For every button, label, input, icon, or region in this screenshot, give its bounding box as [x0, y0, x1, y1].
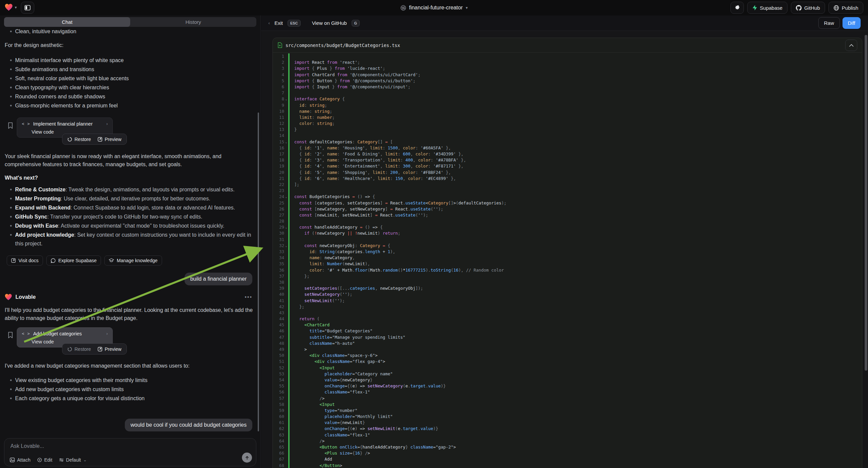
- send-button[interactable]: [242, 452, 252, 463]
- code-text: };: [289, 304, 304, 310]
- bookmark-icon[interactable]: [8, 122, 13, 129]
- fold-spacer: [284, 371, 288, 377]
- code-line: 60 placeholder="Monthly limit": [273, 414, 862, 420]
- code-text: onChange={(e) => setNewCategory(e.target…: [289, 383, 446, 389]
- code-line: 10 name: string;: [273, 109, 862, 115]
- collapse-file-button[interactable]: [845, 39, 857, 51]
- lovable-logo-group[interactable]: ▾: [5, 4, 17, 11]
- explore-supabase-button[interactable]: Explore Supabase: [46, 256, 101, 266]
- fold-chevron-icon[interactable]: ⌄: [284, 194, 288, 200]
- fold-spacer: [284, 255, 288, 261]
- code-line: 24⌄const BudgetCategories = () => {: [273, 194, 862, 200]
- line-number: 36: [273, 267, 284, 273]
- code-line: 6import { Input } from '@/components/ui/…: [273, 84, 862, 90]
- settings-button[interactable]: [731, 2, 744, 14]
- tab-history[interactable]: History: [130, 17, 256, 27]
- file-added-icon: [277, 42, 282, 48]
- line-number: 22: [273, 182, 284, 188]
- code-text: <Plus size={16} />: [289, 450, 370, 456]
- tab-chat[interactable]: Chat: [4, 17, 130, 27]
- chat-input-field[interactable]: [10, 443, 202, 449]
- fold-chevron-icon[interactable]: ⌄: [284, 243, 288, 249]
- code-line: 31: [273, 237, 862, 243]
- exit-button[interactable]: Exit: [275, 20, 283, 26]
- code-text: name: string;: [289, 109, 332, 115]
- code-line: 22];: [273, 182, 862, 188]
- line-number: 31: [273, 237, 284, 243]
- manage-knowledge-button[interactable]: Manage knowledge: [104, 256, 162, 266]
- restore-label: Restore: [74, 347, 91, 352]
- supabase-label: Supabase: [760, 5, 783, 11]
- code-text: subtitle="Manage your spending limits": [289, 334, 405, 341]
- line-number: 55: [273, 383, 284, 389]
- code-line: 1: [273, 53, 862, 59]
- diff-toggle-button[interactable]: Diff: [842, 17, 861, 29]
- code-text: name: newCategory,: [289, 255, 355, 261]
- fold-spacer: [284, 261, 288, 267]
- line-number: 67: [273, 456, 284, 462]
- restore-button[interactable]: Restore: [64, 137, 94, 142]
- attach-button[interactable]: Attach: [10, 457, 31, 463]
- sliders-icon: [59, 458, 64, 462]
- raw-toggle-button[interactable]: Raw: [818, 17, 840, 29]
- line-number: 49: [273, 347, 284, 352]
- github-button[interactable]: GitHub: [791, 2, 825, 14]
- list-item: Expand with Backend: Connect Supabase to…: [5, 203, 258, 212]
- fold-chevron-icon[interactable]: ⌄: [284, 224, 288, 230]
- code-text: interface Category {: [289, 96, 345, 102]
- code-text: />: [289, 438, 324, 444]
- code-line: 9 id: string;: [273, 103, 862, 109]
- project-switcher[interactable]: financial-future-creator ▾: [400, 0, 468, 16]
- fold-chevron-icon[interactable]: ⌄: [284, 96, 288, 102]
- code-area[interactable]: 12import React from 'react';3import { Pl…: [273, 53, 862, 468]
- visit-docs-button[interactable]: Visit docs: [7, 256, 43, 266]
- message-menu-icon[interactable]: •••: [245, 294, 252, 300]
- fold-spacer: [284, 200, 288, 206]
- preview-button[interactable]: Preview: [94, 347, 125, 352]
- restore-button[interactable]: Restore: [64, 347, 94, 352]
- chevron-down-icon: ⌄: [83, 458, 87, 462]
- code-line: 56 className="flex-1": [273, 389, 862, 395]
- view-on-github-button[interactable]: View on GitHub: [312, 20, 347, 26]
- code-line: 36 color: '#' + Math.floor(Math.random()…: [273, 267, 862, 273]
- code-line: 43: [273, 310, 862, 316]
- manage-knowledge-label: Manage knowledge: [117, 258, 157, 263]
- window-scrollbar[interactable]: [865, 35, 867, 371]
- code-line: 48 className="h-auto": [273, 341, 862, 347]
- code-line: 23: [273, 188, 862, 194]
- line-number: 17: [273, 151, 284, 157]
- code-line: 37 };: [273, 273, 862, 279]
- chat-input-box[interactable]: Attach Edit Default ⌄: [4, 438, 256, 466]
- code-line: 68 </Button>: [273, 463, 862, 468]
- chevron-up-icon: [849, 44, 854, 47]
- file-header[interactable]: src/components/budget/BudgetCategories.t…: [273, 38, 862, 53]
- publish-button[interactable]: Publish: [829, 2, 863, 14]
- sidebar-toggle-button[interactable]: [21, 2, 34, 14]
- supabase-button[interactable]: Supabase: [747, 2, 788, 14]
- g-key-badge: G: [352, 20, 360, 27]
- code-text: const [categories, setCategories] = Reac…: [289, 200, 506, 206]
- line-number: 63: [273, 432, 284, 438]
- chat-scrollbar[interactable]: [258, 113, 259, 431]
- code-text: [289, 310, 294, 316]
- code-text: const newCategoryObj: Category = {: [289, 243, 390, 249]
- line-number: 5: [273, 78, 284, 84]
- edit-button[interactable]: Edit: [37, 457, 52, 463]
- fold-spacer: [284, 450, 288, 456]
- line-number: 59: [273, 408, 284, 414]
- fold-spacer: [284, 176, 288, 182]
- fold-spacer: [284, 291, 288, 297]
- fold-spacer: [284, 72, 288, 78]
- fold-chevron-icon[interactable]: ⌄: [284, 139, 288, 145]
- bookmark-icon[interactable]: [8, 332, 13, 339]
- line-number: 15: [273, 139, 284, 145]
- code-line: 35 limit: Number(newLimit),: [273, 261, 862, 267]
- code-line: 67 Add: [273, 456, 862, 462]
- fold-spacer: [284, 133, 288, 139]
- code-text: import React from 'react';: [289, 59, 360, 65]
- preview-button[interactable]: Preview: [94, 137, 125, 142]
- line-number: 29: [273, 224, 284, 230]
- mode-selector[interactable]: Default ⌄: [59, 457, 87, 463]
- code-viewer-toolbar: ‹ Exit ESC View on GitHub G Raw Diff: [261, 16, 868, 31]
- line-number: 41: [273, 298, 284, 304]
